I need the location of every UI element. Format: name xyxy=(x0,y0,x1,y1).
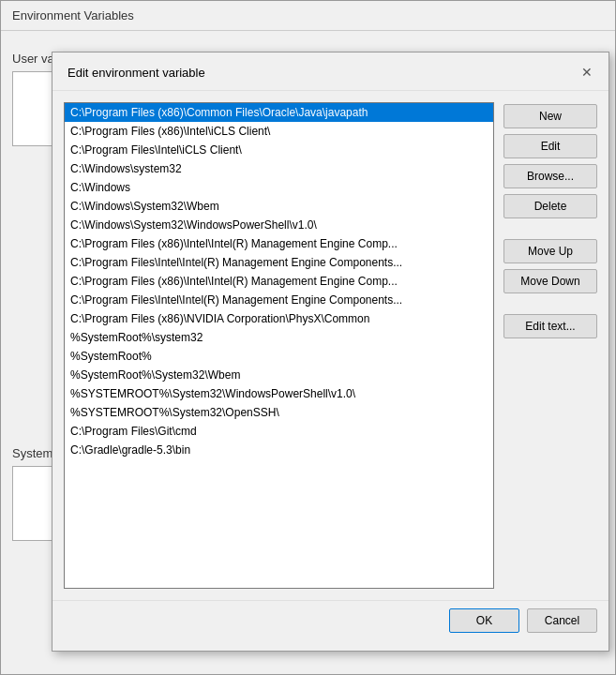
modal-body: C:\Program Files (x86)\Common Files\Orac… xyxy=(53,91,608,600)
list-item[interactable]: C:\Program Files (x86)\Intel\iCLS Client… xyxy=(65,122,493,141)
list-item[interactable]: C:\Program Files\Git\cmd xyxy=(65,422,493,441)
cancel-button[interactable]: Cancel xyxy=(527,608,597,633)
close-button[interactable]: ✕ xyxy=(577,62,597,82)
list-item[interactable]: C:\Program Files (x86)\Common Files\Orac… xyxy=(65,103,493,122)
list-item[interactable]: %SystemRoot%\System32\Wbem xyxy=(65,366,493,384)
list-item[interactable]: C:\Windows xyxy=(65,178,493,197)
list-item[interactable]: %SYSTEMROOT%\System32\WindowsPowerShell\… xyxy=(65,384,493,403)
list-item[interactable]: C:\Windows\system32 xyxy=(65,159,493,178)
modal-overlay: Edit environment variable ✕ C:\Program F… xyxy=(0,0,616,675)
list-item[interactable]: %SystemRoot%\system32 xyxy=(65,328,493,347)
browse-button[interactable]: Browse... xyxy=(503,164,597,188)
modal-title-bar: Edit environment variable ✕ xyxy=(53,52,608,91)
edit-env-variable-dialog: Edit environment variable ✕ C:\Program F… xyxy=(52,52,609,652)
buttons-panel: New Edit Browse... Delete Move Up Move D… xyxy=(503,102,597,589)
move-down-button[interactable]: Move Down xyxy=(503,269,597,293)
move-up-button[interactable]: Move Up xyxy=(503,239,597,263)
list-item[interactable]: C:\Program Files (x86)\Intel\Intel(R) Ma… xyxy=(65,272,493,291)
path-list[interactable]: C:\Program Files (x86)\Common Files\Orac… xyxy=(64,102,494,589)
list-item[interactable]: C:\Program Files (x86)\Intel\Intel(R) Ma… xyxy=(65,234,493,253)
list-item[interactable]: C:\Windows\System32\Wbem xyxy=(65,197,493,216)
ok-button[interactable]: OK xyxy=(449,608,519,633)
list-item[interactable]: C:\Program Files\Intel\Intel(R) Manageme… xyxy=(65,291,493,309)
list-item[interactable]: C:\Program Files\Intel\Intel(R) Manageme… xyxy=(65,253,493,272)
new-button[interactable]: New xyxy=(503,104,597,128)
delete-button[interactable]: Delete xyxy=(503,194,597,218)
list-item[interactable]: C:\Program Files\Intel\iCLS Client\ xyxy=(65,141,493,159)
edit-button[interactable]: Edit xyxy=(503,134,597,158)
list-item[interactable]: C:\Program Files (x86)\NVIDIA Corporatio… xyxy=(65,309,493,328)
edit-text-button[interactable]: Edit text... xyxy=(503,314,597,338)
modal-footer: OK Cancel xyxy=(53,600,608,644)
list-item[interactable]: C:\Windows\System32\WindowsPowerShell\v1… xyxy=(65,216,493,234)
list-item[interactable]: %SystemRoot% xyxy=(65,347,493,366)
list-item[interactable]: C:\Gradle\gradle-5.3\bin xyxy=(65,441,493,459)
list-item[interactable]: %SYSTEMROOT%\System32\OpenSSH\ xyxy=(65,403,493,422)
modal-title: Edit environment variable xyxy=(68,66,205,80)
